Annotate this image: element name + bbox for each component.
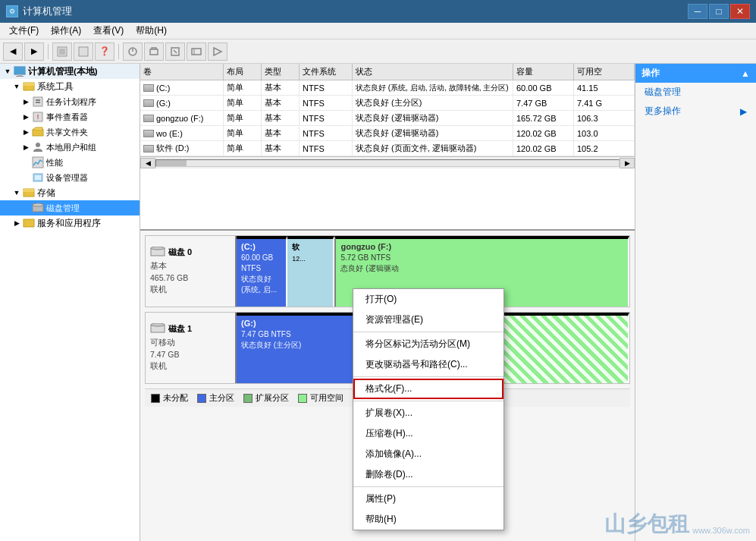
scroll-left[interactable]: ◀ bbox=[140, 158, 155, 168]
ctx-format[interactable]: 格式化(F)... bbox=[353, 379, 503, 399]
svg-marker-10 bbox=[214, 48, 221, 55]
expand-system: ▼ bbox=[12, 82, 21, 91]
event-icon: ! bbox=[32, 111, 44, 123]
col-cap: 容量 bbox=[513, 64, 574, 80]
watermark-logo: 山乡包租 bbox=[604, 514, 689, 535]
ops-disk-mgmt[interactable]: 磁盘管理 bbox=[635, 83, 756, 102]
ctx-mark-active[interactable]: 将分区标记为活动分区(M) bbox=[353, 334, 503, 354]
cell-vol-4: 软件 (D:) bbox=[140, 141, 224, 156]
menu-view[interactable]: 查看(V) bbox=[87, 23, 130, 39]
tree-system-tools[interactable]: ▼ 系统工具 bbox=[0, 79, 140, 94]
tree-task-scheduler[interactable]: ▶ 任务计划程序 bbox=[0, 94, 140, 109]
ctx-shrink[interactable]: 压缩卷(H)... bbox=[353, 423, 503, 444]
disk-0-icon bbox=[150, 247, 165, 259]
svg-rect-13 bbox=[17, 74, 22, 76]
app-icon: ⚙ bbox=[6, 5, 18, 17]
legend-free: 可用空间 bbox=[298, 392, 343, 404]
svg-rect-22 bbox=[33, 130, 43, 136]
tree-disk-mgmt[interactable]: 磁盘管理 bbox=[0, 200, 140, 215]
menu-action[interactable]: 操作(A) bbox=[45, 23, 87, 39]
menu-file[interactable]: 文件(F) bbox=[3, 23, 45, 39]
ops-more[interactable]: 更多操作 ▶ bbox=[635, 102, 756, 121]
col-avail: 可用空 bbox=[574, 64, 635, 80]
scroll-track[interactable] bbox=[155, 159, 620, 167]
users-icon bbox=[32, 141, 44, 153]
svg-point-35 bbox=[151, 323, 165, 326]
toolbar-btn-6[interactable] bbox=[187, 42, 206, 61]
menu-help[interactable]: 帮助(H) bbox=[130, 23, 173, 39]
ctx-extend[interactable]: 扩展卷(X)... bbox=[353, 403, 503, 423]
ops-header: 操作 ▲ bbox=[635, 64, 756, 83]
disk-1-title: 磁盘 1 bbox=[150, 323, 231, 335]
table-header: 卷 布局 类型 文件系统 状态 容量 可用空 bbox=[140, 64, 635, 80]
ops-panel: 操作 ▲ 磁盘管理 更多操作 ▶ bbox=[635, 64, 756, 541]
disk-0-part-d[interactable]: 软 12... bbox=[287, 236, 334, 307]
menu-bar: 文件(F) 操作(A) 查看(V) 帮助(H) bbox=[0, 23, 756, 39]
forward-button[interactable]: ▶ bbox=[24, 42, 44, 61]
disk-0-title: 磁盘 0 bbox=[150, 247, 231, 259]
legend-box-free bbox=[298, 394, 307, 403]
help-button[interactable]: ❓ bbox=[95, 42, 114, 61]
svg-rect-14 bbox=[16, 76, 24, 77]
ctx-open[interactable]: 打开(O) bbox=[353, 289, 503, 310]
tree-root[interactable]: ▼ 计算机管理(本地) bbox=[0, 64, 140, 79]
expand-root: ▼ bbox=[3, 67, 12, 76]
ctx-change-drive[interactable]: 更改驱动器号和路径(C)... bbox=[353, 354, 503, 375]
toolbar-btn-2[interactable] bbox=[74, 42, 93, 61]
ctx-help[interactable]: 帮助(H) bbox=[353, 509, 503, 530]
table-row[interactable]: (C:) 简单 基本 NTFS 状态良好 (系统, 启动, 活动, 故障转储, … bbox=[140, 80, 635, 96]
task-icon bbox=[32, 96, 44, 108]
legend-unallocated: 未分配 bbox=[151, 392, 188, 404]
toolbar-btn-7[interactable] bbox=[208, 42, 227, 61]
minimize-button[interactable]: ─ bbox=[688, 4, 707, 19]
disk-0-detail: 基本 465.76 GB 联机 bbox=[150, 260, 231, 296]
svg-point-30 bbox=[33, 203, 43, 206]
maximize-button[interactable]: □ bbox=[709, 4, 729, 19]
cell-vol-1: (G:) bbox=[140, 96, 224, 110]
perf-icon bbox=[32, 156, 44, 168]
disk-1-detail: 可移动 7.47 GB 联机 bbox=[150, 337, 231, 373]
toolbar-sep-1 bbox=[48, 44, 49, 59]
tree-local-users[interactable]: ▶ 本地用户和组 bbox=[0, 140, 140, 155]
svg-point-33 bbox=[151, 247, 165, 250]
scroll-right[interactable]: ▶ bbox=[620, 158, 635, 168]
tree-services[interactable]: ▶ 服务和应用程序 bbox=[0, 215, 140, 231]
ctx-sep-3 bbox=[353, 401, 503, 401]
col-status: 状态 bbox=[353, 64, 513, 80]
table-row[interactable]: (G:) 简单 基本 NTFS 状态良好 (主分区) 7.47 GB 7.41 … bbox=[140, 96, 635, 111]
disk-0-part-c[interactable]: (C:) 60.00 GB NTFS状态良好 (系统, 启... bbox=[237, 236, 287, 307]
ctx-props[interactable]: 属性(P) bbox=[353, 489, 503, 509]
svg-rect-28 bbox=[24, 189, 34, 192]
up-button[interactable] bbox=[52, 42, 72, 61]
ctx-delete[interactable]: 删除卷(D)... bbox=[353, 464, 503, 485]
ctx-explorer[interactable]: 资源管理器(E) bbox=[353, 310, 503, 330]
window-title: 计算机管理 bbox=[23, 5, 72, 18]
legend-box-unallocated bbox=[151, 394, 160, 403]
table-row[interactable]: 软件 (D:) 简单 基本 NTFS 状态良好 (页面文件, 逻辑驱动器) 12… bbox=[140, 141, 635, 156]
cell-vol-0: (C:) bbox=[140, 80, 224, 95]
expand-perf bbox=[21, 158, 30, 167]
toolbar-btn-5[interactable] bbox=[165, 42, 185, 61]
disk-0-info: 磁盘 0 基本 465.76 GB 联机 bbox=[146, 236, 237, 307]
tree-shared-folders[interactable]: ▶ 共享文件夹 bbox=[0, 124, 140, 140]
ctx-mirror[interactable]: 添加镜像(A)... bbox=[353, 444, 503, 464]
cell-vol-3: wo (E:) bbox=[140, 126, 224, 140]
toolbar-btn-3[interactable] bbox=[123, 42, 143, 61]
services-icon bbox=[23, 217, 35, 229]
h-scrollbar[interactable]: ◀ ▶ bbox=[140, 156, 635, 168]
back-button[interactable]: ◀ bbox=[3, 42, 23, 61]
svg-rect-16 bbox=[24, 83, 34, 86]
table-row[interactable]: wo (E:) 简单 基本 NTFS 状态良好 (逻辑驱动器) 120.02 G… bbox=[140, 126, 635, 141]
table-row[interactable]: gongzuo (F:) 简单 基本 NTFS 状态良好 (逻辑驱动器) 165… bbox=[140, 111, 635, 126]
legend-box-primary bbox=[197, 394, 206, 403]
tree-performance[interactable]: 性能 bbox=[0, 155, 140, 170]
expand-shared: ▶ bbox=[21, 127, 30, 137]
disk-1-info: 磁盘 1 可移动 7.47 GB 联机 bbox=[146, 313, 237, 383]
tree-storage[interactable]: ▼ 存储 bbox=[0, 185, 140, 200]
toolbar-btn-4[interactable] bbox=[144, 42, 164, 61]
tree-device-mgr[interactable]: 设备管理器 bbox=[0, 170, 140, 185]
close-button[interactable]: ✕ bbox=[730, 4, 750, 19]
tree-event-viewer[interactable]: ▶ ! 事件查看器 bbox=[0, 109, 140, 124]
toolbar: ◀ ▶ ❓ bbox=[0, 39, 756, 64]
watermark: 山乡包租 www.306w.com bbox=[604, 514, 750, 535]
